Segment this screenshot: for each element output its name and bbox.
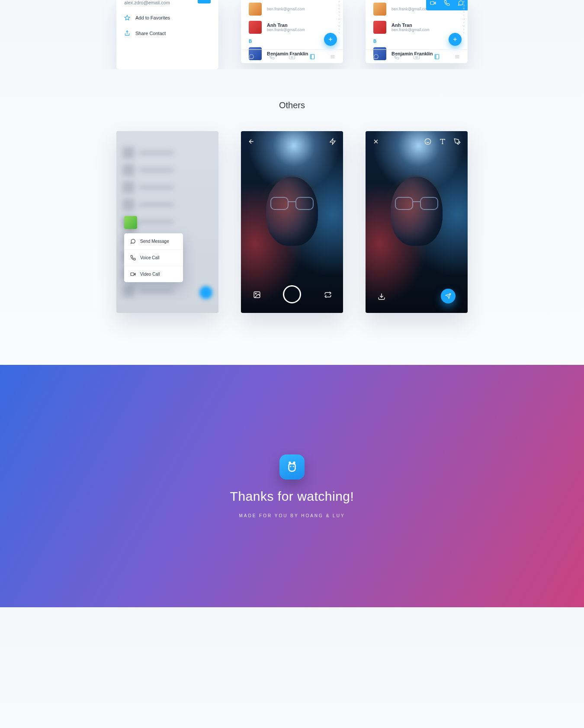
menu-icon[interactable] xyxy=(454,54,460,60)
camera-icon[interactable] xyxy=(414,54,420,60)
contacts-icon[interactable] xyxy=(434,54,440,60)
option-label: Share Contact xyxy=(135,31,166,36)
back-icon[interactable] xyxy=(248,138,255,145)
context-menu: Send Message Voice Call Video Call xyxy=(124,233,183,282)
tabbar xyxy=(241,49,343,63)
share-icon xyxy=(124,30,130,36)
menu-label: Video Call xyxy=(140,272,160,277)
contact-email: ben.frank@gmail.com xyxy=(267,7,305,11)
alpha-index[interactable]: P Q R S T U V W X Y xyxy=(338,0,340,35)
close-icon[interactable] xyxy=(372,138,379,145)
flash-icon[interactable] xyxy=(329,138,336,145)
svg-point-8 xyxy=(416,56,418,58)
section-title-others: Others xyxy=(0,100,584,110)
chat-icon[interactable] xyxy=(373,54,379,60)
avatar xyxy=(373,21,386,34)
gallery-icon[interactable] xyxy=(253,291,260,298)
svg-point-1 xyxy=(291,56,293,58)
svg-point-33 xyxy=(290,466,291,467)
svg-rect-9 xyxy=(435,54,439,59)
alpha-index[interactable]: P Q R S T U V W X Y xyxy=(462,0,465,35)
video-icon[interactable] xyxy=(430,0,436,6)
contact-email: ben.frank@gmail.com xyxy=(391,28,430,32)
avatar xyxy=(249,21,262,34)
add-contact-button[interactable]: + xyxy=(449,33,462,46)
selected-avatar xyxy=(124,216,137,229)
text-icon[interactable] xyxy=(439,138,446,145)
contact-email: ben.frank@gmail.com xyxy=(391,7,430,11)
add-contact-button[interactable] xyxy=(199,286,212,299)
option-label: Add to Favorites xyxy=(135,15,170,20)
phone-icon xyxy=(130,255,136,261)
screen-contact-detail: alex.zdro@email.com Add to Favorites Sha… xyxy=(116,0,218,69)
video-icon xyxy=(130,271,136,277)
menu-send-message[interactable]: Send Message xyxy=(124,233,183,249)
svg-point-18 xyxy=(255,293,256,294)
svg-marker-16 xyxy=(330,139,335,144)
footer: Thanks for watching! MADE FOR YOU BY HOA… xyxy=(0,365,584,607)
contact-email: ben.frank@gmail.com xyxy=(267,28,305,32)
menu-icon[interactable] xyxy=(330,54,336,60)
screen-contacts-list: ben.frank@gmail.com Anh Tran ben.frank@g… xyxy=(241,0,343,63)
footer-subtitle: MADE FOR YOU BY HOANG & LUY xyxy=(239,513,345,518)
menu-label: Send Message xyxy=(140,239,169,244)
menu-voice-call[interactable]: Voice Call xyxy=(124,249,183,266)
phone-icon[interactable] xyxy=(444,0,450,6)
message-icon xyxy=(130,238,136,244)
contact-row[interactable]: ben.frank@gmail.com xyxy=(241,0,343,18)
screen-context-menu: Send Message Voice Call Video Call xyxy=(116,131,218,313)
send-button[interactable] xyxy=(441,289,456,303)
option-share-contact[interactable]: Share Contact xyxy=(124,30,211,36)
add-contact-button[interactable]: + xyxy=(324,33,337,46)
camera-icon[interactable] xyxy=(289,54,295,60)
contact-name: Anh Tran xyxy=(267,23,305,28)
contacts-icon[interactable] xyxy=(309,54,315,60)
contact-name: Anh Tran xyxy=(391,23,430,28)
app-logo-icon xyxy=(279,454,305,480)
switch-camera-icon[interactable] xyxy=(324,291,331,298)
menu-label: Voice Call xyxy=(140,255,159,260)
screen-camera-capture xyxy=(241,131,343,313)
star-icon xyxy=(124,15,130,21)
sticker-icon[interactable] xyxy=(424,138,431,145)
avatar xyxy=(373,3,386,16)
phone-icon[interactable] xyxy=(269,54,275,60)
svg-marker-0 xyxy=(125,15,130,20)
download-icon[interactable] xyxy=(378,293,385,300)
shutter-button[interactable] xyxy=(283,285,301,303)
contact-action-strip xyxy=(426,0,468,10)
option-add-favorites[interactable]: Add to Favorites xyxy=(124,15,211,21)
screen-photo-editor xyxy=(366,131,468,313)
svg-rect-2 xyxy=(310,54,314,59)
message-button[interactable] xyxy=(198,0,211,3)
footer-title: Thanks for watching! xyxy=(230,489,354,504)
svg-rect-6 xyxy=(430,2,434,5)
phone-icon[interactable] xyxy=(393,54,399,60)
svg-point-21 xyxy=(425,139,430,144)
draw-icon[interactable] xyxy=(454,138,461,145)
screen-contacts-list-selected: ben.frank@gmail.com Anh Tran ben.frank@g… xyxy=(366,0,468,63)
svg-point-34 xyxy=(293,466,294,467)
chat-icon[interactable] xyxy=(248,54,254,60)
svg-rect-13 xyxy=(131,273,134,276)
menu-video-call[interactable]: Video Call xyxy=(124,266,183,282)
avatar xyxy=(249,3,262,16)
tabbar xyxy=(366,49,468,63)
